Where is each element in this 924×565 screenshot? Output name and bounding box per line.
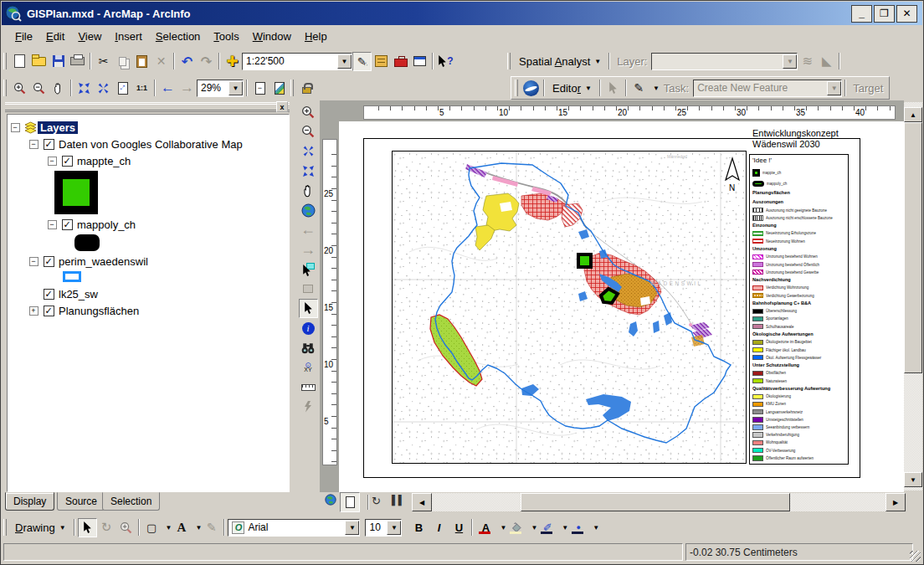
marker-color-button[interactable]: ● <box>568 518 588 537</box>
shape-tool-button[interactable]: ▢ <box>142 518 162 537</box>
command-line-button[interactable] <box>410 52 429 71</box>
scroll-up-icon[interactable]: ▲ <box>904 107 922 122</box>
whats-this-help-button[interactable]: ? <box>436 52 455 71</box>
italic-button[interactable]: I <box>429 518 449 537</box>
tab-source[interactable]: Source <box>57 492 105 511</box>
layer-checkbox[interactable]: ✓ <box>62 156 73 167</box>
data-view-button[interactable] <box>325 494 336 509</box>
scroll-left-icon[interactable]: ◀ <box>412 493 432 511</box>
font-size-dropdown-icon[interactable]: ▼ <box>387 521 401 535</box>
toolbar-grip[interactable] <box>507 53 511 69</box>
fill-color-dropdown-icon[interactable]: ▼ <box>531 524 537 532</box>
menu-view[interactable]: View <box>71 28 108 44</box>
toolbar-grip[interactable] <box>3 519 7 536</box>
layout-page[interactable]: Entwicklungskonzept Wädenswil 2030 <box>339 121 904 492</box>
paste-button[interactable] <box>132 52 151 71</box>
close-button[interactable]: ✕ <box>896 5 917 23</box>
focus-data-frame-button[interactable] <box>270 79 289 98</box>
cut-button[interactable]: ✂ <box>94 52 113 71</box>
print-button[interactable] <box>68 52 87 71</box>
menu-selection[interactable]: Selection <box>149 28 207 44</box>
font-color-dropdown-icon[interactable]: ▼ <box>500 524 506 532</box>
zoom-one-to-one-button[interactable]: 1:1 <box>132 79 151 98</box>
lock-button[interactable] <box>297 79 316 98</box>
sketch-tool-dropdown-icon[interactable]: ▼ <box>653 85 660 92</box>
font-family-combo[interactable]: O Arial ▼ <box>228 519 360 537</box>
title-bar[interactable]: GISPlan.mxd - ArcMap - ArcInfo _ ❐ ✕ <box>2 2 922 25</box>
toolbar-grip[interactable] <box>3 80 7 96</box>
tab-selection[interactable]: Selection <box>102 492 160 511</box>
zoom-in-button[interactable] <box>10 79 29 98</box>
tool-identify[interactable]: i <box>299 319 318 338</box>
toc-tree[interactable]: − Layers − ✓ Daten von Googles Collabora… <box>7 114 290 492</box>
line-color-button[interactable]: ✐ <box>537 518 557 537</box>
undo-button[interactable]: ↶ <box>177 52 197 71</box>
map-data-frame[interactable]: Männedorf <box>392 151 747 464</box>
arccatalog-button[interactable] <box>372 52 391 71</box>
refresh-view-icon[interactable]: ↻ <box>372 495 381 507</box>
vertical-scroll-thumb[interactable] <box>904 122 922 373</box>
font-dropdown-icon[interactable]: ▼ <box>345 521 359 535</box>
text-tool-button[interactable]: A <box>172 518 192 537</box>
expander-collapse[interactable]: − <box>11 123 20 132</box>
shape-tool-dropdown-icon[interactable]: ▼ <box>166 524 172 532</box>
expander-collapse[interactable]: − <box>48 157 57 166</box>
line-color-dropdown-icon[interactable]: ▼ <box>562 524 568 532</box>
mappte-symbol-swatch[interactable] <box>54 171 98 214</box>
tool-fixed-zoom-out[interactable] <box>299 162 318 181</box>
horizontal-scroll-thumb[interactable] <box>521 493 790 511</box>
perim-symbol-swatch[interactable] <box>63 271 81 282</box>
layer-checkbox[interactable]: ✓ <box>44 289 54 300</box>
toc-item-group[interactable]: Daten von Googles Collaborative Map <box>56 138 245 151</box>
zoom-dropdown-icon[interactable]: ▼ <box>228 81 243 95</box>
layout-view[interactable]: 510152025303540 252015105 Entwicklungsko… <box>320 100 904 492</box>
copy-button[interactable] <box>113 52 132 71</box>
font-size-combo[interactable]: 10 ▼ <box>365 519 402 537</box>
sketch-tool-button[interactable]: ✎ <box>629 79 649 98</box>
open-button[interactable] <box>29 52 49 71</box>
arctoolbox-button[interactable] <box>391 52 410 71</box>
underline-button[interactable]: U <box>449 518 469 537</box>
editor-menu[interactable]: Editor▼ <box>547 80 597 96</box>
menu-insert[interactable]: Insert <box>108 28 149 44</box>
map-scale-combo[interactable]: 1:22'500 ▼ <box>242 53 352 70</box>
editor-toolbar-toggle-button[interactable]: ✎∴ <box>352 52 372 71</box>
map-canvas[interactable]: Männedorf <box>393 152 747 464</box>
toc-item-mappoly[interactable]: mappoly_ch <box>74 218 138 231</box>
expander-expand[interactable]: + <box>29 306 38 316</box>
layout-view-button[interactable] <box>340 492 360 512</box>
zoom-percent-combo[interactable]: 29% ▼ <box>197 80 244 97</box>
layer-checkbox[interactable]: ✓ <box>44 256 54 267</box>
toc-item-layers[interactable]: Layers <box>38 121 78 134</box>
fixed-zoom-in-page-button[interactable]: ⤢ <box>113 79 132 98</box>
tool-go-to-xy[interactable]: ⊙XY <box>299 358 318 378</box>
draw-select-elements-button[interactable] <box>78 518 97 537</box>
add-data-button[interactable]: ✚ <box>223 52 242 71</box>
toolbar-grip[interactable] <box>515 80 518 96</box>
toolbar-grip[interactable] <box>3 53 7 69</box>
save-button[interactable] <box>49 52 68 71</box>
zoom-out-button[interactable] <box>29 79 49 98</box>
maximize-button[interactable]: ❐ <box>874 5 895 23</box>
toc-grip[interactable] <box>5 102 290 112</box>
mappoly-symbol-swatch[interactable] <box>74 234 100 251</box>
menu-file[interactable]: File <box>8 28 39 44</box>
toc-item-perim[interactable]: perim_waedenswil <box>56 255 151 268</box>
new-document-button[interactable] <box>10 52 29 71</box>
scroll-down-icon[interactable]: ▼ <box>904 472 922 487</box>
go-back-extent-button[interactable]: ← <box>158 79 177 98</box>
pan-button[interactable] <box>49 79 68 98</box>
menu-window[interactable]: Window <box>246 28 298 44</box>
tool-fixed-zoom-in[interactable] <box>299 141 318 161</box>
scale-dropdown-icon[interactable]: ▼ <box>337 54 352 69</box>
scroll-right-icon[interactable]: ▶ <box>886 493 906 511</box>
tool-zoom-out[interactable] <box>299 122 318 141</box>
font-color-button[interactable]: A <box>475 518 495 537</box>
menu-edit[interactable]: Edit <box>39 28 71 44</box>
text-tool-dropdown-icon[interactable]: ▼ <box>196 524 203 532</box>
tab-display[interactable]: Display <box>5 492 54 511</box>
tool-select-features[interactable] <box>299 259 318 279</box>
toggle-draft-mode-button[interactable]: − <box>250 79 270 98</box>
tool-find[interactable] <box>299 338 318 357</box>
toc-item-mappte[interactable]: mappte_ch <box>74 155 133 167</box>
